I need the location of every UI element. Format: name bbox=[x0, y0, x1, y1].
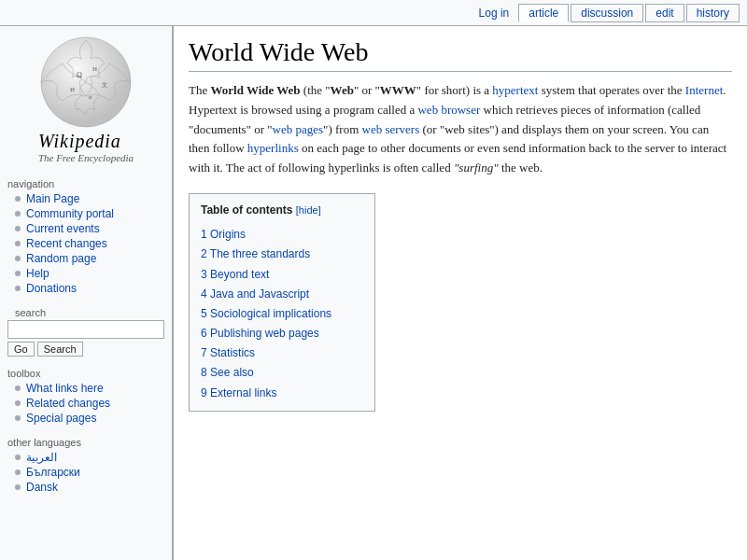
tab-history[interactable]: history bbox=[686, 4, 740, 22]
bullet-icon bbox=[15, 241, 21, 246]
bullet-icon bbox=[15, 196, 21, 202]
toc-item-5: 5 Sociological implications bbox=[201, 304, 363, 324]
navigation-section: navigation Main Page Community portal Cu… bbox=[0, 171, 172, 300]
other-languages-title: other languages bbox=[0, 433, 172, 450]
dansk-link[interactable]: Dansk bbox=[26, 481, 58, 494]
bullet-icon bbox=[15, 484, 21, 490]
bullet-icon bbox=[15, 455, 21, 460]
navigation-title: navigation bbox=[0, 175, 172, 191]
sidebar-item-whatlinkshere[interactable]: What links here bbox=[0, 381, 172, 396]
recentchanges-link[interactable]: Recent changes bbox=[26, 237, 107, 250]
donations-link[interactable]: Donations bbox=[26, 282, 77, 295]
hyperlinks-link[interactable]: hyperlinks bbox=[247, 141, 299, 155]
article-title: World Wide Web bbox=[189, 37, 732, 72]
sidebar-item-currentevents[interactable]: Current events bbox=[0, 221, 172, 236]
sidebar-item-communityportal[interactable]: Community portal bbox=[0, 206, 172, 221]
bullet-icon bbox=[15, 256, 21, 261]
bullet-icon bbox=[15, 415, 21, 421]
sidebar-item-relatedchanges[interactable]: Related changes bbox=[0, 396, 172, 411]
toolbox-title: toolbox bbox=[0, 364, 172, 381]
toc-link-1[interactable]: 1 Origins bbox=[201, 228, 246, 241]
sidebar-item-specialpages[interactable]: Special pages bbox=[0, 411, 172, 426]
svg-text:H: H bbox=[92, 65, 97, 73]
toc-link-8[interactable]: 8 See also bbox=[201, 366, 254, 379]
bullet-icon bbox=[15, 400, 21, 406]
randompage-link[interactable]: Random page bbox=[26, 252, 96, 265]
main-layout: Ω H И α 文 Wikipedia The Free Encyclopedi… bbox=[0, 26, 747, 560]
table-of-contents: Table of contents [hide] 1 Origins 2 The… bbox=[189, 193, 375, 412]
mainpage-link[interactable]: Main Page bbox=[26, 192, 79, 205]
bullet-icon bbox=[15, 385, 21, 391]
toc-item-9: 9 External links bbox=[201, 384, 363, 403]
top-bar: Log in article discussion edit history bbox=[0, 0, 747, 26]
bullet-icon bbox=[15, 211, 21, 217]
toc-header: Table of contents [hide] bbox=[201, 202, 363, 219]
tab-edit[interactable]: edit bbox=[645, 4, 684, 22]
other-languages-section: other languages العربية Български Dansk bbox=[0, 429, 172, 498]
search-title: search bbox=[7, 303, 164, 320]
bullet-icon bbox=[15, 271, 21, 276]
sidebar-item-dansk[interactable]: Dansk bbox=[0, 480, 172, 495]
communityportal-link[interactable]: Community portal bbox=[26, 207, 114, 220]
toc-item-3: 3 Beyond text bbox=[201, 265, 363, 285]
relatedchanges-link[interactable]: Related changes bbox=[26, 397, 110, 410]
tab-discussion[interactable]: discussion bbox=[571, 4, 643, 22]
toc-item-2: 2 The three standards bbox=[201, 245, 363, 264]
bulgarian-link[interactable]: Български bbox=[26, 466, 80, 479]
toc-link-2[interactable]: 2 The three standards bbox=[201, 247, 310, 260]
toc-link-3[interactable]: 3 Beyond text bbox=[201, 268, 269, 281]
hypertext-link[interactable]: hypertext bbox=[492, 83, 538, 97]
help-link[interactable]: Help bbox=[26, 267, 49, 280]
search-button[interactable]: Search bbox=[37, 342, 83, 357]
sidebar-item-help[interactable]: Help bbox=[0, 266, 172, 281]
svg-text:Ω: Ω bbox=[77, 71, 82, 79]
specialpages-link[interactable]: Special pages bbox=[26, 412, 96, 425]
sidebar-item-bulgarian[interactable]: Български bbox=[0, 465, 172, 480]
article-body: The World Wide Web (the "Web" or "WWW" f… bbox=[189, 81, 732, 419]
wikipedia-title: Wikipedia The Free Encyclopedia bbox=[38, 131, 134, 163]
search-buttons: Go Search bbox=[7, 342, 164, 357]
svg-text:文: 文 bbox=[102, 81, 107, 88]
toc-link-9[interactable]: 9 External links bbox=[201, 386, 276, 399]
arabic-link[interactable]: العربية bbox=[26, 451, 57, 464]
tab-article[interactable]: article bbox=[518, 4, 569, 22]
wikipedia-globe-icon: Ω H И α 文 bbox=[25, 35, 147, 129]
svg-text:И: И bbox=[70, 86, 75, 93]
internet-link[interactable]: Internet bbox=[685, 83, 723, 97]
search-section: search Go Search bbox=[0, 300, 172, 360]
toc-item-6: 6 Publishing web pages bbox=[201, 324, 363, 343]
bullet-icon bbox=[15, 286, 21, 291]
logo-area: Ω H И α 文 Wikipedia The Free Encyclopedi… bbox=[25, 26, 147, 171]
sidebar-item-mainpage[interactable]: Main Page bbox=[0, 191, 172, 206]
article-content: World Wide Web The World Wide Web (the "… bbox=[173, 26, 747, 560]
toc-hide-button[interactable]: [hide] bbox=[296, 204, 321, 216]
web-browser-link[interactable]: web browser bbox=[417, 103, 480, 117]
bullet-icon bbox=[15, 226, 21, 231]
sidebar-item-donations[interactable]: Donations bbox=[0, 281, 172, 296]
go-button[interactable]: Go bbox=[7, 342, 35, 357]
sidebar-item-randompage[interactable]: Random page bbox=[0, 251, 172, 266]
sidebar-item-arabic[interactable]: العربية bbox=[0, 450, 172, 465]
sidebar: Ω H И α 文 Wikipedia The Free Encyclopedi… bbox=[0, 26, 173, 560]
toc-item-8: 8 See also bbox=[201, 363, 363, 383]
toc-item-1: 1 Origins bbox=[201, 225, 363, 245]
toc-link-5[interactable]: 5 Sociological implications bbox=[201, 307, 331, 320]
toc-item-7: 7 Statistics bbox=[201, 343, 363, 363]
login-link[interactable]: Log in bbox=[479, 7, 510, 20]
bullet-icon bbox=[15, 469, 21, 475]
sidebar-item-recentchanges[interactable]: Recent changes bbox=[0, 236, 172, 251]
currentevents-link[interactable]: Current events bbox=[26, 222, 100, 235]
tabs-bar: article discussion edit history bbox=[518, 4, 740, 22]
toc-link-6[interactable]: 6 Publishing web pages bbox=[201, 327, 319, 340]
toc-link-4[interactable]: 4 Java and Javascript bbox=[201, 287, 309, 301]
search-input[interactable] bbox=[7, 320, 164, 339]
whatlinkshere-link[interactable]: What links here bbox=[26, 382, 104, 395]
toc-item-4: 4 Java and Javascript bbox=[201, 285, 363, 304]
web-servers-link[interactable]: web servers bbox=[362, 122, 420, 136]
toc-link-7[interactable]: 7 Statistics bbox=[201, 346, 255, 359]
toolbox-section: toolbox What links here Related changes … bbox=[0, 360, 172, 429]
web-pages-link[interactable]: web pages bbox=[273, 122, 324, 136]
article-intro: The World Wide Web (the "Web" or "WWW" f… bbox=[189, 81, 732, 178]
